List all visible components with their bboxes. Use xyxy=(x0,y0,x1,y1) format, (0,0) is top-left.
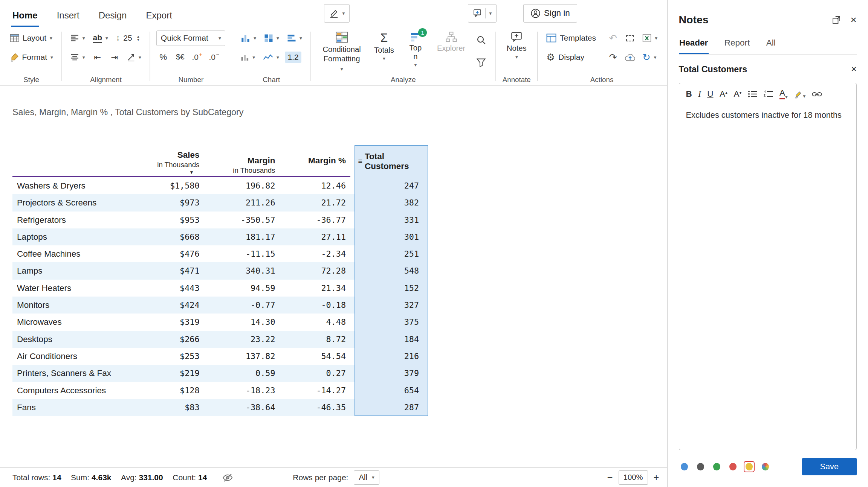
total-customers-cell[interactable]: 331 xyxy=(355,212,428,228)
row-label-cell[interactable]: Water Heaters xyxy=(12,280,128,297)
note-body-text[interactable]: Excludes customers inactive for 18 month… xyxy=(679,102,857,128)
margin-cell[interactable]: 94.59 xyxy=(204,280,280,297)
table-row[interactable]: Coffee Machines $476 -11.15 -2.34 251 xyxy=(12,245,428,262)
swatch-multicolor[interactable] xyxy=(760,461,771,472)
export-excel-button[interactable]: ▾ xyxy=(640,30,660,46)
filter-button[interactable] xyxy=(474,55,488,70)
increase-decimal-button[interactable]: .0+ xyxy=(190,50,204,64)
margin-pct-cell[interactable]: -2.34 xyxy=(280,245,351,262)
save-button[interactable]: Save xyxy=(802,458,857,476)
total-customers-cell[interactable]: 382 xyxy=(355,194,428,211)
templates-button[interactable]: Templates xyxy=(544,30,603,46)
margin-cell[interactable]: 23.22 xyxy=(204,331,280,348)
link-button[interactable] xyxy=(812,91,822,97)
margin-pct-cell[interactable]: -46.35 xyxy=(280,399,351,416)
format-button[interactable]: Format ▾ xyxy=(8,50,55,65)
decimal-places-toggle[interactable]: 1.2 xyxy=(285,52,301,63)
margin-pct-cell[interactable]: -36.77 xyxy=(280,212,351,228)
display-button[interactable]: ⚙ Display xyxy=(544,50,603,65)
row-label-cell[interactable]: Monitors xyxy=(12,297,128,314)
total-customers-cell[interactable]: 327 xyxy=(355,297,428,314)
sparkline-button[interactable]: ▾ xyxy=(261,50,281,65)
row-label-cell[interactable]: Fans xyxy=(12,399,128,416)
total-customers-cell[interactable]: 548 xyxy=(355,262,428,279)
currency-format-button[interactable]: $€ xyxy=(173,50,187,64)
bar-chart-button[interactable]: ▾ xyxy=(285,30,304,46)
margin-cell[interactable]: 181.17 xyxy=(204,228,280,245)
row-label-cell[interactable]: Air Conditioners xyxy=(12,348,128,365)
margin-cell[interactable]: 0.59 xyxy=(204,365,280,382)
row-label-cell[interactable]: Refrigerators xyxy=(12,212,128,228)
stepper-icon[interactable]: ▴▾ xyxy=(137,35,139,42)
sales-cell[interactable]: $83 xyxy=(128,399,204,416)
indent-increase-button[interactable]: ⇥ xyxy=(108,50,121,65)
swatch-green[interactable] xyxy=(711,461,723,472)
sign-in-button[interactable]: Sign in xyxy=(523,4,577,23)
total-customers-cell[interactable]: 654 xyxy=(355,382,428,399)
total-customers-cell[interactable]: 216 xyxy=(355,348,428,365)
margin-cell[interactable]: -38.64 xyxy=(204,399,280,416)
sales-cell[interactable]: $128 xyxy=(128,382,204,399)
vertical-align-button[interactable]: ▾ xyxy=(68,50,87,65)
row-label-cell[interactable]: Laptops xyxy=(12,228,128,245)
margin-cell[interactable]: 340.31 xyxy=(204,262,280,279)
hide-stats-button[interactable] xyxy=(222,473,233,482)
margin-pct-cell[interactable]: 4.48 xyxy=(280,314,351,330)
edit-mode-button[interactable]: ▾ xyxy=(324,4,350,23)
conditional-formatting-button[interactable]: Conditional Formatting ▾ xyxy=(317,30,366,73)
column-header-total-customers[interactable]: ≡ Total Customers xyxy=(355,145,428,178)
margin-pct-cell[interactable]: 27.11 xyxy=(280,228,351,245)
margin-cell[interactable]: -0.77 xyxy=(204,297,280,314)
row-label-cell[interactable]: Microwaves xyxy=(12,314,128,330)
margin-pct-cell[interactable]: 21.34 xyxy=(280,280,351,297)
text-orientation-button[interactable]: ▾ xyxy=(125,50,144,65)
table-row[interactable]: Computers Accessories $128 -18.23 -14.27… xyxy=(12,382,428,399)
notes-button[interactable]: Notes ▾ xyxy=(502,30,531,59)
table-row[interactable]: Lamps $471 340.31 72.28 548 xyxy=(12,262,428,279)
decrease-decimal-button[interactable]: .0− xyxy=(207,50,221,64)
row-label-cell[interactable]: Lamps xyxy=(12,262,128,279)
search-button[interactable] xyxy=(474,33,488,47)
totals-button[interactable]: Σ Totals ▾ xyxy=(370,30,399,61)
table-row[interactable]: Water Heaters $443 94.59 21.34 152 xyxy=(12,280,428,297)
total-customers-cell[interactable]: 375 xyxy=(355,314,428,330)
percent-format-button[interactable]: % xyxy=(156,50,170,64)
text-wrap-button[interactable]: ab ▾ xyxy=(91,30,110,46)
notes-tab-header[interactable]: Header xyxy=(679,34,709,54)
tab-insert[interactable]: Insert xyxy=(56,5,81,27)
total-customers-cell[interactable]: 251 xyxy=(355,245,428,262)
margin-pct-cell[interactable]: 21.72 xyxy=(280,194,351,211)
sales-cell[interactable]: $953 xyxy=(128,212,204,228)
horizontal-align-button[interactable]: ▾ xyxy=(68,30,87,46)
zoom-out-button[interactable]: − xyxy=(607,472,613,483)
total-customers-cell[interactable]: 247 xyxy=(355,177,428,194)
note-close-button[interactable]: × xyxy=(851,64,857,74)
margin-pct-cell[interactable]: 54.54 xyxy=(280,348,351,365)
table-row[interactable]: Printers, Scanners & Fax $219 0.59 0.27 … xyxy=(12,365,428,382)
margin-pct-cell[interactable]: 0.27 xyxy=(280,365,351,382)
table-row[interactable]: Washers & Dryers $1,580 196.82 12.46 247 xyxy=(12,177,428,194)
margin-pct-cell[interactable]: 12.46 xyxy=(280,177,351,194)
sales-cell[interactable]: $471 xyxy=(128,262,204,279)
decrease-font-button[interactable]: A▾ xyxy=(734,90,742,99)
sales-cell[interactable]: $266 xyxy=(128,331,204,348)
table-row[interactable]: Refrigerators $953 -350.57 -36.77 331 xyxy=(12,212,428,228)
table-row[interactable]: Projectors & Screens 1 $973 211.26 21.72… xyxy=(12,194,428,211)
rows-per-page-select[interactable]: All ▾ xyxy=(354,470,379,485)
sales-cell[interactable]: $424 xyxy=(128,297,204,314)
bullet-list-button[interactable] xyxy=(748,90,758,98)
total-customers-cell[interactable]: 184 xyxy=(355,331,428,348)
highlight-button[interactable]: ▾ xyxy=(794,90,805,99)
swatch-blue[interactable] xyxy=(679,461,690,472)
table-row[interactable]: Desktops $266 23.22 8.72 184 xyxy=(12,331,428,348)
swatch-red[interactable] xyxy=(727,461,739,472)
margin-cell[interactable]: 196.82 xyxy=(204,177,280,194)
mini-chart-button[interactable]: ▾ xyxy=(238,50,257,65)
total-customers-cell[interactable]: 379 xyxy=(355,365,428,382)
italic-button[interactable]: I xyxy=(698,90,701,99)
total-customers-cell[interactable]: 287 xyxy=(355,399,428,416)
table-row[interactable]: Fans $83 -38.64 -46.35 287 xyxy=(12,399,428,416)
publish-button[interactable] xyxy=(623,50,637,65)
row-label-cell[interactable]: Printers, Scanners & Fax xyxy=(12,365,128,382)
tab-export[interactable]: Export xyxy=(145,5,173,27)
